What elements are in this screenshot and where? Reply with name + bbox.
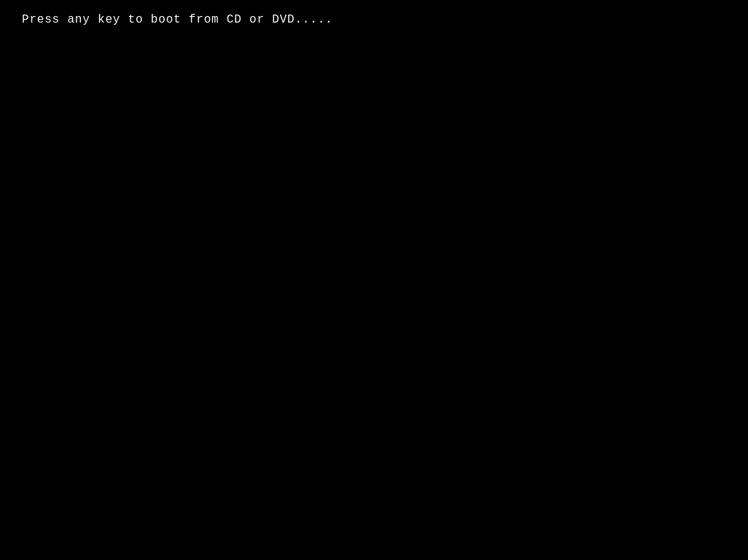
boot-prompt-text: Press any key to boot from CD or DVD....…	[22, 13, 332, 26]
boot-screen: Press any key to boot from CD or DVD....…	[0, 0, 748, 560]
